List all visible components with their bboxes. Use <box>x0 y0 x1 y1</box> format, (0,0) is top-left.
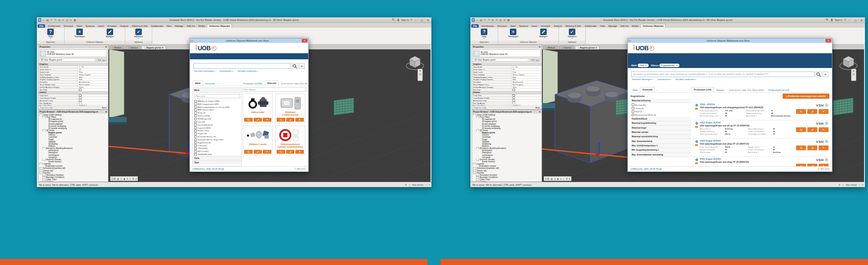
ribbon-button-toevoegen[interactable]: +Toevoegen <box>507 29 520 38</box>
class-filter-input[interactable]: Filter klassen... <box>243 87 306 92</box>
preview-button[interactable] <box>244 150 253 154</box>
checkbox[interactable] <box>194 144 197 147</box>
version-link[interactable]: UOBSprint11_2020_04-29 (Prod) <box>630 168 662 170</box>
toolbar-icon-2[interactable]: ↶ <box>50 18 53 22</box>
checkbox[interactable] <box>632 110 634 113</box>
ribbon-button-wijzigen[interactable]: Wijzigen <box>537 29 550 38</box>
pan-icon[interactable]: ✛ <box>419 69 421 72</box>
brand-filter-item[interactable]: ZEHNDER (259) <box>193 153 241 156</box>
ribbon-button-valideren[interactable]: ✓Valideren▾ <box>566 29 579 39</box>
view-control-icon-2[interactable]: ◆ <box>557 178 559 180</box>
search-settings-button[interactable]: ⚙ <box>822 71 829 77</box>
brand-filter-item[interactable]: Broen (5) <box>193 111 241 114</box>
checkbox[interactable] <box>194 147 197 150</box>
checkbox[interactable] <box>194 103 197 105</box>
brand-filter-item[interactable]: Minkels (152) <box>193 129 241 132</box>
tree-expander-icon[interactable]: – <box>39 114 42 116</box>
toolbar-icon-0[interactable]: ⌂ <box>42 18 45 22</box>
navigation-bar[interactable]: ✛◎ <box>418 69 423 81</box>
brand-filter-item[interactable]: Seppelfricke (8) <box>193 141 241 144</box>
help-icon[interactable]: ? <box>411 19 412 21</box>
chevron-up-icon[interactable]: ⌃ <box>217 83 220 86</box>
preview-button[interactable] <box>277 118 285 122</box>
checkbox[interactable] <box>79 100 82 102</box>
filter-icon[interactable]: ▽ <box>858 184 860 186</box>
toolbar-icon-4[interactable]: ⇆ <box>491 18 494 22</box>
checkbox[interactable] <box>194 132 197 135</box>
tree-expander-icon[interactable]: – <box>476 158 479 161</box>
status-check-icon[interactable]: ✓ <box>842 184 844 186</box>
view-tab-interieur[interactable]: ⌂Interieur <box>125 45 140 49</box>
preview-button[interactable] <box>796 109 806 114</box>
toolbar-icon-1[interactable]: ▤ <box>46 18 49 22</box>
toolbar-icon-6[interactable]: ◫ <box>499 18 502 22</box>
search-icon[interactable] <box>392 18 395 22</box>
checkbox[interactable] <box>632 103 634 106</box>
checkbox[interactable] <box>194 129 197 132</box>
filter-group-3[interactable]: Materiaal kogel <box>630 126 691 130</box>
search-button[interactable] <box>816 71 822 77</box>
link-leveranciers[interactable]: Leveranciers ▾ <box>219 70 233 72</box>
link-kenmerk-toevoegen[interactable]: Kenmerk toevoegen ▾ <box>632 78 653 81</box>
pan-icon[interactable]: ✛ <box>852 69 855 72</box>
version-link[interactable]: UOBSprint11_2020_04-29 (Prod) <box>193 168 224 170</box>
toolbar-icon-3[interactable]: ↷ <box>487 18 490 22</box>
checkbox[interactable] <box>632 107 634 110</box>
class-card[interactable]: Aanboorzadel+ <box>243 94 273 123</box>
checkbox[interactable] <box>194 106 197 108</box>
toolbar-icon-6[interactable]: ◫ <box>65 18 69 22</box>
add-products-button[interactable]: + Producten toevoegen aan selectie <box>783 94 829 99</box>
tab-kenmerk[interactable]: Kenmerk <box>640 87 655 92</box>
view-control-icon-5[interactable]: ⊡ <box>132 178 134 180</box>
filter-option[interactable]: Messing (92) <box>630 103 691 107</box>
edit-button[interactable] <box>254 118 262 122</box>
ribbon-tab-steel[interactable]: Steel <box>509 24 517 28</box>
brand-filter-item[interactable]: Legrand (1883) <box>193 126 241 129</box>
filter-group-8[interactable]: Min. koppeling aansluiting 1 <box>630 148 691 152</box>
ribbon-tab-collaborate[interactable]: Collaborate <box>583 24 598 28</box>
brand-filter-item[interactable]: Itho Daalderop (3) <box>193 123 241 126</box>
ribbon-tab-insert[interactable]: Insert <box>96 24 105 28</box>
add-button[interactable]: + <box>819 127 829 132</box>
add-button[interactable]: + <box>263 150 271 154</box>
edit-type-button[interactable]: Edit Type <box>97 58 107 62</box>
settings-icon[interactable]: ⚙ <box>405 184 407 186</box>
brand-filter-item[interactable]: ABB Busch-Jaeger (1366) <box>193 100 241 103</box>
product-code-link[interactable]: VSH - K2310 <box>700 103 792 106</box>
ribbon-tab-modify[interactable]: Modify <box>196 24 207 28</box>
zoom-icon[interactable]: ◎ <box>852 72 855 75</box>
brand-filter-input[interactable]: Filter merk... <box>194 94 240 98</box>
tab-producten-144-[interactable]: Producten (144) <box>691 87 714 92</box>
checkbox[interactable] <box>194 121 197 123</box>
tree-expander-icon[interactable]: – <box>473 172 476 174</box>
ribbon-tab-uniforme-objecten[interactable]: Uniforme Objecten <box>207 24 232 28</box>
tree-expander-icon[interactable]: – <box>42 129 46 132</box>
toolbar-icon-8[interactable]: ▦ <box>73 18 76 22</box>
navigation-bar[interactable]: ✛◎ <box>851 69 856 81</box>
brand-filter-item[interactable]: UOB (251) <box>193 144 241 147</box>
product-code-link[interactable]: VSH Super K2541 <box>700 121 792 124</box>
view-scale[interactable]: 1:20 <box>545 178 549 180</box>
view-tab-begane-grond[interactable]: ⌂Begane grond✕ <box>575 45 600 49</box>
checkbox[interactable] <box>194 109 197 111</box>
ribbon-tab-steel[interactable]: Steel <box>75 24 84 28</box>
ribbon-tab-systems[interactable]: Systems <box>517 24 530 28</box>
tab-merk[interactable]: Merk <box>630 88 640 92</box>
filter-option[interactable]: Staal (4) <box>630 110 691 113</box>
close-button[interactable]: ✕ <box>426 19 430 22</box>
ribbon-tab-file[interactable]: File <box>471 24 479 28</box>
ribbon-tab-annotate[interactable]: Annotate <box>539 24 552 28</box>
brand-filter-item[interactable]: ABB Componenten (497) <box>193 103 241 106</box>
edit-type-button[interactable]: Edit Type <box>530 58 541 62</box>
checkbox[interactable] <box>79 89 82 91</box>
view-selector-dropdown[interactable]: 3D View: Begane grond⌄ <box>39 58 96 62</box>
view-control-icon-4[interactable]: ◐ <box>563 178 565 180</box>
toolbar-icon-5[interactable]: A <box>62 18 65 22</box>
brand-filter-item[interactable]: WILO (1287) <box>193 150 241 153</box>
toolbar-icon-8[interactable]: ▦ <box>507 18 510 22</box>
sign-in-link[interactable]: Sign In <box>835 19 842 21</box>
properties-help-link[interactable]: Properties help <box>40 107 53 109</box>
minimize-button[interactable]: – <box>847 19 852 21</box>
checkbox[interactable] <box>194 139 197 141</box>
ribbon-tab-analyze[interactable]: Analyze <box>552 24 564 28</box>
